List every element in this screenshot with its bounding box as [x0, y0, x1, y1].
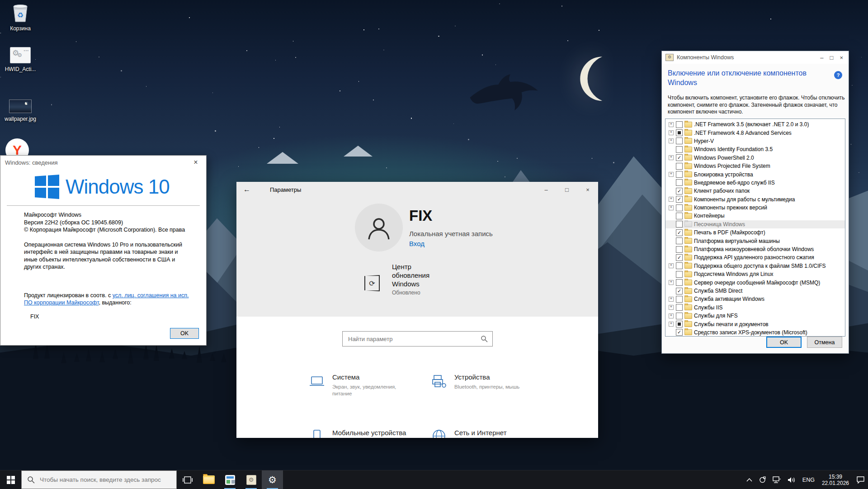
feature-row[interactable]: +✓Средство записи XPS-документов (Micros…: [665, 328, 845, 337]
checkbox-unchecked[interactable]: [676, 262, 683, 269]
checkbox-unchecked[interactable]: [676, 296, 683, 303]
taskbar-search-box[interactable]: [21, 470, 177, 489]
file-explorer-button[interactable]: [198, 470, 219, 489]
checkbox-checked[interactable]: ✓: [676, 288, 683, 294]
expand-icon[interactable]: +: [669, 297, 674, 302]
feature-row[interactable]: +Песочница Windows: [665, 220, 845, 228]
checkbox-unchecked[interactable]: [676, 279, 683, 286]
windows-update-label[interactable]: Центр обновления Windows: [392, 262, 429, 288]
features-ok-button[interactable]: OK: [766, 337, 802, 348]
checkbox-unchecked[interactable]: [676, 237, 683, 244]
checkbox-unchecked[interactable]: [676, 146, 683, 153]
close-icon[interactable]: ×: [577, 182, 598, 197]
volume-tray-icon[interactable]: [784, 470, 799, 489]
taskbar-search-input[interactable]: [39, 476, 172, 484]
tile-system[interactable]: Система Экран, звук, уведомления, питани…: [307, 373, 405, 397]
checkbox-unchecked[interactable]: [676, 213, 683, 219]
feature-row[interactable]: +✓Поддержка API удаленного разностного с…: [665, 253, 845, 261]
tile-devices[interactable]: Устройства Bluetooth, принтеры, мышь: [429, 373, 527, 390]
expand-icon[interactable]: +: [669, 205, 674, 210]
feature-row[interactable]: +Компоненты прежних версий: [665, 204, 845, 212]
features-app-button[interactable]: ⚙: [241, 470, 262, 489]
settings-search-input[interactable]: [343, 332, 492, 346]
expand-icon[interactable]: +: [669, 122, 674, 127]
expand-icon[interactable]: +: [669, 130, 674, 135]
feature-row[interactable]: +Windows Projected File System: [665, 162, 845, 170]
checkbox-checked[interactable]: ✓: [676, 254, 683, 261]
features-list[interactable]: +.NET Framework 3.5 (включает .NET 2.0 и…: [665, 119, 845, 337]
checkbox-partial[interactable]: [676, 129, 683, 136]
feature-row[interactable]: +Сервер очереди сообщений Майкрософт (MS…: [665, 278, 845, 286]
desktop-icon-hwid[interactable]: ••• ⚙⚙ HWID_Acti...: [1, 47, 40, 72]
settings-search-box[interactable]: [342, 331, 493, 347]
feature-row[interactable]: +Подсистема Windows для Linux: [665, 270, 845, 278]
tray-chevron-up[interactable]: [743, 470, 755, 489]
feature-row[interactable]: +✓Печать в PDF (Майкрософт): [665, 228, 845, 237]
checkbox-unchecked[interactable]: [676, 204, 683, 211]
network-tray-icon[interactable]: [769, 470, 784, 489]
checkbox-unchecked[interactable]: [676, 271, 683, 278]
checkbox-unchecked[interactable]: [676, 163, 683, 170]
checkbox-unchecked[interactable]: [676, 221, 683, 228]
feature-row[interactable]: +.NET Framework 4.8 Advanced Services: [665, 128, 845, 137]
feature-row[interactable]: +Службы печати и документов: [665, 320, 845, 328]
checkbox-unchecked[interactable]: [676, 171, 683, 178]
minimize-icon[interactable]: –: [536, 182, 557, 197]
feature-row[interactable]: +Hyper-V: [665, 137, 845, 145]
expand-icon[interactable]: +: [669, 155, 674, 160]
features-cancel-button[interactable]: Отмена: [807, 337, 842, 348]
feature-row[interactable]: +Внедряемое веб-ядро служб IIS: [665, 179, 845, 187]
expand-icon[interactable]: +: [669, 322, 674, 327]
feature-row[interactable]: +Контейнеры: [665, 212, 845, 220]
feature-row[interactable]: +✓Клиент рабочих папок: [665, 187, 845, 195]
checkbox-unchecked[interactable]: [676, 246, 683, 253]
sign-in-link[interactable]: Вход: [409, 240, 425, 247]
task-view-button[interactable]: [177, 470, 198, 489]
close-icon[interactable]: ×: [190, 158, 202, 166]
desktop-icon-recycle-bin[interactable]: ♻ Корзина: [1, 3, 40, 32]
maximize-icon[interactable]: □: [830, 54, 834, 61]
tile-network[interactable]: Сеть и Интернет: [429, 429, 507, 438]
checkbox-checked[interactable]: ✓: [676, 196, 683, 203]
checkbox-checked[interactable]: ✓: [676, 229, 683, 236]
expand-icon[interactable]: +: [669, 313, 674, 318]
tray-app-icon[interactable]: [755, 470, 769, 489]
feature-row[interactable]: +Платформа виртуальной машины: [665, 237, 845, 245]
feature-row[interactable]: +Служба активации Windows: [665, 295, 845, 303]
feature-row[interactable]: +.NET Framework 3.5 (включает .NET 2.0 и…: [665, 120, 845, 128]
feature-row[interactable]: +Платформа низкоуровневой оболочки Windo…: [665, 245, 845, 253]
settings-app-button[interactable]: ⚙: [262, 470, 283, 489]
feature-row[interactable]: +✓Служба SMB Direct: [665, 287, 845, 295]
expand-icon[interactable]: +: [669, 197, 674, 202]
feature-row[interactable]: +Службы IIS: [665, 304, 845, 312]
expand-icon[interactable]: +: [669, 172, 674, 177]
checkbox-unchecked[interactable]: [676, 138, 683, 144]
checkbox-unchecked[interactable]: [676, 121, 683, 128]
checkbox-unchecked[interactable]: [676, 313, 683, 319]
help-icon[interactable]: ?: [834, 71, 842, 79]
desktop-icon-wallpaper[interactable]: wallpaper.jpg: [1, 100, 40, 122]
checkbox-unchecked[interactable]: [676, 304, 683, 311]
feature-row[interactable]: +Поддержка общего доступа к файлам SMB 1…: [665, 262, 845, 270]
feature-row[interactable]: +✓Компоненты для работы с мультимедиа: [665, 195, 845, 204]
expand-icon[interactable]: +: [669, 263, 674, 268]
start-button[interactable]: [0, 470, 21, 489]
back-arrow-icon[interactable]: ←: [236, 185, 257, 194]
language-indicator[interactable]: ENG: [799, 470, 818, 489]
feature-row[interactable]: +Блокировка устройства: [665, 170, 845, 178]
feature-row[interactable]: +✓Windows PowerShell 2.0: [665, 154, 845, 162]
feature-row[interactable]: +Службы для NFS: [665, 312, 845, 320]
close-icon[interactable]: ×: [840, 54, 843, 61]
taskbar-clock[interactable]: 15:39 22.01.2026: [818, 470, 853, 489]
checkbox-checked[interactable]: ✓: [676, 188, 683, 195]
expand-icon[interactable]: +: [669, 280, 674, 285]
tile-mobile-devices[interactable]: Мобильные устройства: [307, 429, 406, 438]
checkbox-partial[interactable]: [676, 321, 683, 328]
checkbox-checked[interactable]: ✓: [676, 329, 683, 336]
about-ok-button[interactable]: OK: [170, 328, 199, 339]
checkbox-unchecked[interactable]: [676, 179, 683, 186]
about-app-button[interactable]: [219, 470, 241, 489]
feature-row[interactable]: +Windows Identity Foundation 3.5: [665, 145, 845, 153]
checkbox-checked[interactable]: ✓: [676, 154, 683, 161]
maximize-icon[interactable]: □: [557, 182, 577, 197]
